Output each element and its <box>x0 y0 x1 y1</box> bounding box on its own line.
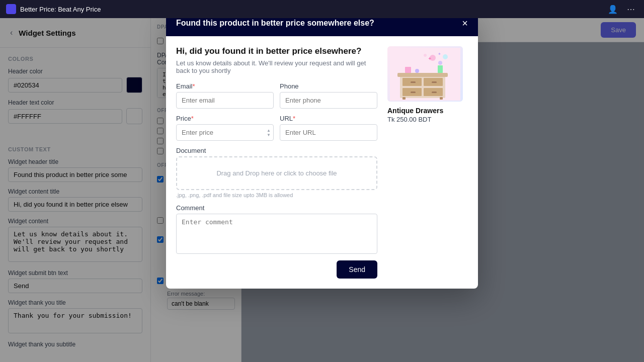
right-panel-content: Found this product in better price somew… <box>242 42 644 362</box>
document-group: Document Drag and Drop here or click to … <box>242 147 377 198</box>
svg-rect-14 <box>432 81 437 83</box>
product-sidebar: ✦ ✦ <box>387 46 468 279</box>
svg-rect-19 <box>438 65 443 73</box>
price-label: Price* <box>242 115 274 122</box>
modal-subtitle: Let us know details about it. We'll revi… <box>242 59 377 74</box>
modal: Found this product in better price somew… <box>242 18 478 289</box>
url-label: URL* <box>280 115 377 122</box>
topbar: Better Price: Beat Any Price 👤 ⋯ <box>0 0 644 18</box>
modal-title: Hi, did you found it in better price els… <box>242 46 377 56</box>
phone-input[interactable] <box>280 92 377 109</box>
product-name: Antique Drawers <box>387 107 468 115</box>
product-image-svg: ✦ ✦ <box>390 48 460 101</box>
comment-group: Comment <box>242 204 377 255</box>
modal-header-title: Found this product in better price somew… <box>242 19 374 28</box>
app-container: ‹ Widget Settings COLORS Header color He… <box>0 0 644 362</box>
svg-point-2 <box>438 61 442 65</box>
topbar-actions: 👤 ⋯ <box>606 2 638 16</box>
svg-rect-20 <box>403 97 406 100</box>
email-phone-row: Email* Phone <box>242 82 377 109</box>
svg-text:✦: ✦ <box>438 52 441 56</box>
comment-label: Comment <box>242 204 377 212</box>
svg-rect-17 <box>405 67 411 73</box>
svg-text:✦: ✦ <box>428 56 432 61</box>
email-input[interactable] <box>242 92 274 109</box>
app-title: Better Price: Beat Any Price <box>20 6 602 13</box>
modal-form: Hi, did you found it in better price els… <box>242 46 377 279</box>
svg-point-4 <box>443 54 448 59</box>
product-image-box: ✦ ✦ <box>387 46 463 102</box>
modal-close-button[interactable]: × <box>462 18 468 28</box>
price-arrows: ▲ ▼ <box>267 128 271 137</box>
svg-rect-18 <box>415 69 419 73</box>
product-price: Tk 250.00 BDT <box>387 116 468 123</box>
price-group: Price* ▲ ▼ <box>242 115 274 141</box>
modal-header: Found this product in better price somew… <box>242 18 478 36</box>
comment-textarea[interactable] <box>242 214 377 254</box>
dropzone-hint: .jpg, .png, .pdf and file size upto 3MB … <box>242 192 377 198</box>
price-down-arrow[interactable]: ▼ <box>267 133 271 137</box>
svg-rect-8 <box>397 73 448 77</box>
svg-rect-21 <box>440 97 443 100</box>
svg-rect-13 <box>411 81 416 83</box>
modal-overlay: Found this product in better price somew… <box>242 18 644 362</box>
user-icon-button[interactable]: 👤 <box>606 2 620 16</box>
price-input-wrap: ▲ ▼ <box>242 124 274 141</box>
right-panel: Save Found this product in better price … <box>242 18 644 362</box>
price-url-row: Price* ▲ ▼ <box>242 115 377 141</box>
dropzone[interactable]: Drag and Drop here or click to choose fi… <box>242 156 377 190</box>
phone-group: Phone <box>280 82 377 109</box>
url-input[interactable] <box>280 124 377 141</box>
svg-rect-16 <box>432 92 437 93</box>
price-up-arrow[interactable]: ▲ <box>267 128 271 132</box>
document-label: Document <box>242 147 377 154</box>
email-group: Email* <box>242 82 274 109</box>
phone-label: Phone <box>280 82 377 90</box>
svg-rect-15 <box>411 92 416 93</box>
product-image-inner: ✦ ✦ <box>387 46 463 102</box>
modal-send-button[interactable]: Send <box>337 260 377 279</box>
app-icon <box>6 4 16 14</box>
url-group: URL* <box>280 115 377 141</box>
more-options-button[interactable]: ⋯ <box>624 2 638 16</box>
modal-body: Hi, did you found it in better price els… <box>242 36 478 289</box>
email-label: Email* <box>242 82 274 90</box>
svg-point-3 <box>424 54 427 57</box>
